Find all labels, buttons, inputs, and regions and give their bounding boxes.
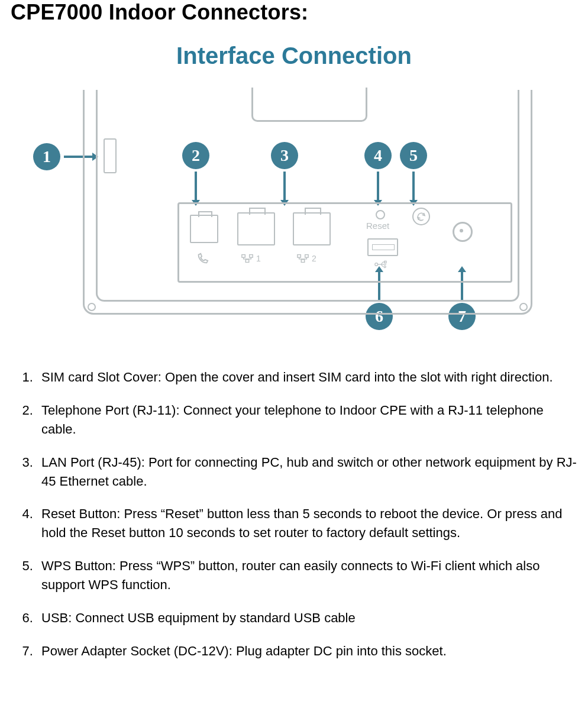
- diagram-title: Interface Connection: [11, 43, 577, 69]
- port-panel: 1 2 Reset: [177, 202, 512, 283]
- list-item: WPS Button: Press “WPS” button, router c…: [37, 557, 577, 594]
- list-item: Telephone Port (RJ-11): Connect your tel…: [37, 401, 577, 439]
- connector-diagram: 1 2 3 4 5 6 7: [41, 90, 547, 332]
- list-item: USB: Connect USB equipment by standard U…: [37, 609, 577, 628]
- svg-rect-4: [305, 255, 309, 258]
- list-item: LAN Port (RJ-45): Port for connecting PC…: [37, 453, 577, 491]
- wps-button-icon: [412, 208, 430, 225]
- svg-rect-2: [245, 260, 249, 263]
- usb-port-icon: [367, 238, 398, 256]
- device-outline: 1 2 Reset: [83, 90, 532, 315]
- callout-badge-1: 1: [33, 143, 60, 170]
- power-socket-icon: [453, 222, 473, 242]
- lan1-label: 1: [241, 254, 261, 263]
- reset-button-icon: [376, 210, 385, 219]
- list-item: Power Adapter Socket (DC-12V): Plug adap…: [37, 642, 577, 661]
- list-item: SIM card Slot Cover: Open the cover and …: [37, 368, 577, 387]
- svg-rect-0: [242, 255, 245, 258]
- svg-point-6: [375, 263, 378, 266]
- svg-rect-1: [250, 255, 253, 258]
- sim-slot-cover-icon: [104, 138, 117, 173]
- lan2-label: 2: [296, 254, 316, 263]
- lan1-port-icon: [237, 212, 275, 245]
- list-item: Reset Button: Press “Reset” button less …: [37, 505, 577, 542]
- page-title: CPE7000 Indoor Connectors:: [11, 0, 577, 25]
- svg-rect-8: [385, 261, 386, 263]
- connector-list: SIM card Slot Cover: Open the cover and …: [11, 368, 577, 661]
- svg-rect-3: [298, 255, 301, 258]
- phone-port-icon: [190, 215, 218, 243]
- svg-point-7: [384, 266, 386, 267]
- reset-label: Reset: [366, 221, 389, 231]
- phone-icon: [196, 253, 209, 267]
- lan2-port-icon: [293, 212, 331, 245]
- svg-rect-5: [301, 260, 305, 263]
- usb-icon: [374, 260, 389, 271]
